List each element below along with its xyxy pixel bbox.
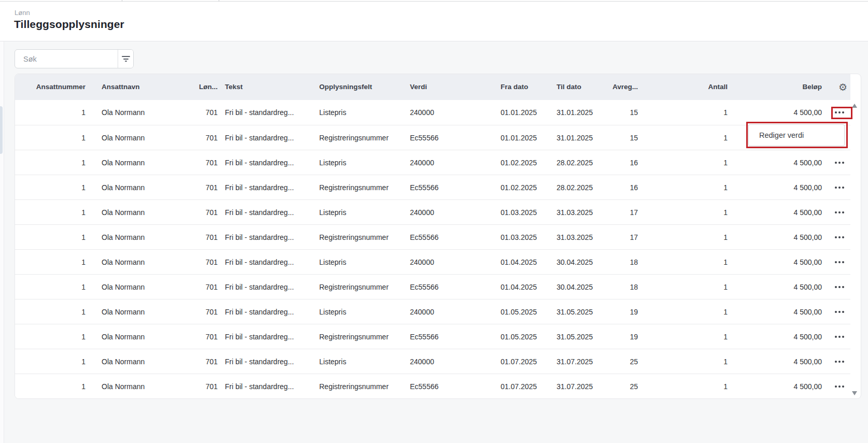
cell-verdi: 240000 — [402, 100, 493, 125]
column-header-belop[interactable]: Beløp — [730, 74, 824, 100]
cell-opplysningsfelt: Registreringsnummer — [311, 125, 402, 150]
cell-antall: 1 — [641, 250, 730, 274]
row-actions-button[interactable] — [830, 380, 849, 393]
cell-verdi: 240000 — [402, 150, 493, 175]
column-header-antall[interactable]: Antall — [641, 74, 730, 100]
row-actions-button[interactable] — [830, 355, 849, 368]
cell-ansattnummer: 1 — [15, 349, 86, 374]
cell-actions — [824, 175, 850, 199]
cell-opplysningsfelt: Listepris — [311, 299, 402, 324]
table-body: 1Ola Normann701Fri bil - standardreg...L… — [15, 100, 850, 398]
breadcrumb: Lønn — [15, 9, 30, 17]
scroll-up-button[interactable] — [850, 102, 859, 109]
cell-avreg: 18 — [605, 275, 641, 299]
ellipsis-icon — [835, 162, 844, 164]
cell-lonnsart: 701 — [172, 125, 218, 150]
column-header-lonnsart[interactable]: Løn... — [172, 74, 218, 100]
table-row[interactable]: 1Ola Normann701Fri bil - standardreg...L… — [15, 100, 850, 125]
cell-lonnsart: 701 — [172, 275, 218, 299]
context-menu: Rediger verdi — [748, 124, 845, 146]
cell-til_dato: 31.05.2025 — [549, 324, 605, 349]
table-row[interactable]: 1Ola Normann701Fri bil - standardreg...R… — [15, 175, 850, 199]
cell-lonnsart: 701 — [172, 175, 218, 199]
cell-ansattnavn: Ola Normann — [86, 349, 172, 374]
cell-ansattnavn: Ola Normann — [86, 374, 172, 398]
cell-avreg: 18 — [605, 250, 641, 274]
column-header-tekst[interactable]: Tekst — [218, 74, 311, 100]
row-actions-button[interactable] — [830, 256, 849, 268]
table-row[interactable]: 1Ola Normann701Fri bil - standardreg...R… — [15, 274, 850, 299]
cell-til_dato: 31.07.2025 — [549, 374, 605, 398]
cell-avreg: 16 — [605, 150, 641, 175]
cell-antall: 1 — [641, 175, 730, 199]
cell-actions — [824, 250, 850, 274]
cell-antall: 1 — [641, 100, 730, 125]
table-row[interactable]: 1Ola Normann701Fri bil - standardreg...R… — [15, 224, 850, 249]
search-input[interactable] — [15, 50, 118, 68]
cell-actions — [824, 225, 850, 249]
table-row[interactable]: 1Ola Normann701Fri bil - standardreg...L… — [15, 249, 850, 274]
table-row[interactable]: 1Ola Normann701Fri bil - standardreg...L… — [15, 349, 850, 374]
row-actions-button[interactable] — [830, 206, 849, 219]
cell-fra_dato: 01.02.2025 — [493, 175, 549, 199]
menu-item-rediger-verdi[interactable]: Rediger verdi — [749, 125, 844, 146]
cell-antall: 1 — [641, 349, 730, 374]
column-header-ansattnummer[interactable]: Ansattnummer — [15, 74, 86, 100]
cell-fra_dato: 01.01.2025 — [493, 100, 549, 125]
column-header-avreg[interactable]: Avreg... — [605, 74, 641, 100]
table-row[interactable]: 1Ola Normann701Fri bil - standardreg...R… — [15, 324, 850, 349]
page-title: Tilleggsopplysninger — [14, 18, 124, 31]
drawer-handle[interactable] — [0, 106, 3, 154]
column-header-opplysningsfelt[interactable]: Opplysningsfelt — [311, 74, 402, 100]
table-row[interactable]: 1Ola Normann701Fri bil - standardreg...L… — [15, 150, 850, 175]
cell-verdi: Ec55566 — [402, 225, 493, 249]
cell-avreg: 25 — [605, 374, 641, 398]
cell-verdi: Ec55566 — [402, 374, 493, 398]
cell-actions — [824, 299, 850, 324]
table-row[interactable]: 1Ola Normann701Fri bil - standardreg...R… — [15, 374, 850, 398]
row-actions-button[interactable] — [830, 331, 849, 343]
cell-lonnsart: 701 — [172, 225, 218, 249]
cell-belop: 4 500,00 — [730, 200, 824, 224]
row-actions-button[interactable] — [830, 156, 849, 169]
cell-til_dato: 28.02.2025 — [549, 175, 605, 199]
row-actions-button[interactable] — [830, 231, 849, 244]
column-header-verdi[interactable]: Verdi — [402, 74, 493, 100]
top-tab-strip — [0, 0, 868, 2]
cell-antall: 1 — [641, 275, 730, 299]
cell-ansattnummer: 1 — [15, 100, 86, 125]
cell-tekst: Fri bil - standardreg... — [218, 150, 311, 175]
ellipsis-icon — [835, 286, 844, 288]
row-actions-button[interactable] — [830, 281, 849, 293]
cell-antall: 1 — [641, 374, 730, 398]
column-header-til_dato[interactable]: Til dato — [549, 74, 605, 100]
cell-fra_dato: 01.03.2025 — [493, 225, 549, 249]
cell-fra_dato: 01.04.2025 — [493, 275, 549, 299]
column-settings-button[interactable]: ⚙ — [838, 74, 850, 100]
table-row[interactable]: 1Ola Normann701Fri bil - standardreg...L… — [15, 199, 850, 224]
scroll-down-button[interactable] — [850, 390, 859, 397]
cell-verdi: 240000 — [402, 250, 493, 274]
cell-antall: 1 — [641, 324, 730, 349]
cell-opplysningsfelt: Registreringsnummer — [311, 225, 402, 249]
row-actions-button[interactable] — [830, 106, 849, 119]
filter-button[interactable] — [118, 50, 133, 68]
cell-tekst: Fri bil - standardreg... — [218, 349, 311, 374]
column-header-fra_dato[interactable]: Fra dato — [493, 74, 549, 100]
page-header: Lønn Tilleggsopplysninger — [0, 2, 868, 41]
cell-ansattnummer: 1 — [15, 225, 86, 249]
cell-belop: 4 500,00 — [730, 100, 824, 125]
cell-til_dato: 31.03.2025 — [549, 225, 605, 249]
ellipsis-icon — [835, 236, 844, 238]
cell-avreg: 19 — [605, 299, 641, 324]
content-area: AnsattnummerAnsattnavnLøn...TekstOpplysn… — [0, 41, 868, 443]
row-actions-button[interactable] — [830, 306, 849, 318]
table-row[interactable]: 1Ola Normann701Fri bil - standardreg...R… — [15, 125, 850, 150]
column-header-ansattnavn[interactable]: Ansattnavn — [86, 74, 172, 100]
cell-actions — [824, 374, 850, 398]
cell-fra_dato: 01.04.2025 — [493, 250, 549, 274]
table-row[interactable]: 1Ola Normann701Fri bil - standardreg...L… — [15, 299, 850, 324]
row-actions-button[interactable] — [830, 181, 849, 194]
cell-lonnsart: 701 — [172, 250, 218, 274]
cell-actions — [824, 150, 850, 175]
